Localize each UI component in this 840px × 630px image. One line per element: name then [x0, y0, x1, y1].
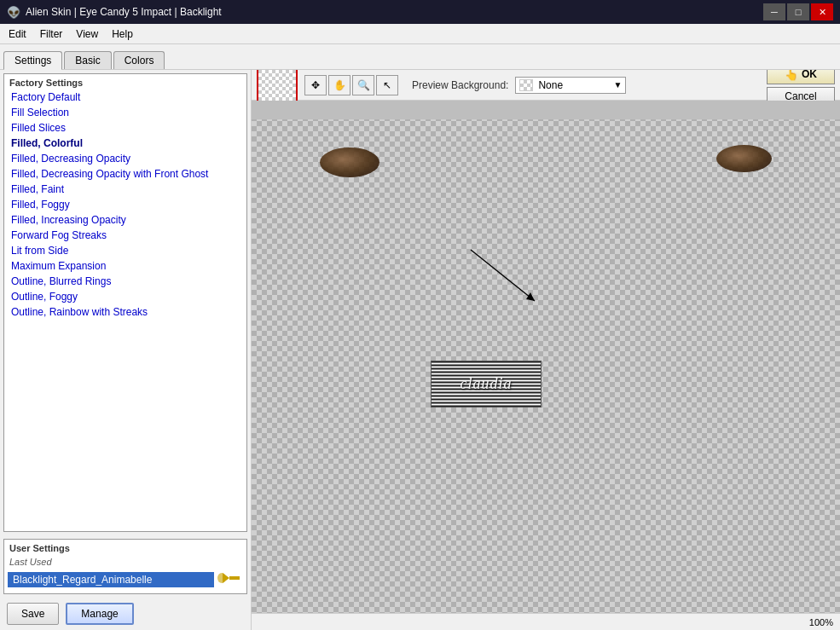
preview-canvas: claudia — [252, 101, 840, 613]
window-title: Alien Skin | Eye Candy 5 Impact | Backli… — [26, 6, 222, 18]
left-panel: Factory Settings Factory Default Fill Se… — [0, 70, 252, 630]
factory-settings-list: Factory Default Fill Selection Filled Sl… — [4, 90, 246, 531]
ok-button[interactable]: 👆 OK — [767, 70, 835, 84]
main-content: Factory Settings Factory Default Fill Se… — [0, 70, 840, 630]
manage-button[interactable]: Manage — [66, 603, 133, 625]
list-item-filled-decreasing-ghost[interactable]: Filled, Decreasing Opacity with Front Gh… — [4, 166, 246, 182]
save-button[interactable]: Save — [7, 603, 59, 625]
zoom-tool-button[interactable]: 🔍 — [352, 75, 374, 95]
list-item-lit-from-side[interactable]: Lit from Side — [4, 243, 246, 258]
factory-settings-container: Factory Settings Factory Default Fill Se… — [3, 73, 247, 532]
factory-settings-header: Factory Settings — [4, 74, 246, 90]
menu-bar: Edit Filter View Help — [0, 24, 840, 44]
user-settings-header: User Settings — [4, 540, 246, 555]
list-item-filled-increasing[interactable]: Filled, Increasing Opacity — [4, 212, 246, 228]
hand-icon: ✋ — [333, 79, 346, 91]
list-item-filled-foggy[interactable]: Filled, Foggy — [4, 197, 246, 212]
gray-header-bar — [252, 101, 840, 119]
svg-point-2 — [217, 573, 226, 583]
list-item-forward-fog[interactable]: Forward Fog Streaks — [4, 228, 246, 243]
tab-colors[interactable]: Colors — [113, 51, 165, 69]
list-item-filled-decreasing[interactable]: Filled, Decreasing Opacity — [4, 151, 246, 166]
preview-bg-label: Preview Background: — [412, 79, 508, 91]
title-bar-left: 👽 Alien Skin | Eye Candy 5 Impact | Back… — [7, 6, 222, 19]
ok-hand-icon: 👆 — [785, 70, 798, 81]
top-toolbar: ✥ ✋ 🔍 ↖ Preview Background: None ▼ — [252, 70, 840, 101]
tab-basic[interactable]: Basic — [64, 51, 111, 69]
tab-settings[interactable]: Settings — [3, 51, 62, 70]
move-tool-button[interactable]: ✥ — [304, 75, 327, 95]
zoom-level: 100% — [809, 617, 833, 627]
claudia-preview: claudia — [431, 361, 542, 407]
close-button[interactable]: ✕ — [811, 3, 833, 20]
select-tool-button[interactable]: ↖ — [376, 75, 398, 95]
list-item-filled-faint[interactable]: Filled, Faint — [4, 182, 246, 197]
list-item-outline-blurred[interactable]: Outline, Blurred Rings — [4, 274, 246, 289]
arrow-indicator — [217, 570, 243, 588]
preview-blob-left — [320, 147, 379, 177]
menu-view[interactable]: View — [71, 26, 103, 42]
move-icon: ✥ — [311, 79, 320, 91]
preview-bg-select[interactable]: None ▼ — [515, 77, 626, 94]
user-settings-section: User Settings Last Used Blacklight_Regar… — [3, 539, 247, 594]
svg-line-3 — [471, 250, 535, 301]
arrow-pointer — [462, 241, 547, 312]
preview-blob-right — [716, 145, 772, 172]
claudia-text: claudia — [461, 375, 513, 393]
bottom-buttons: Save Manage — [0, 598, 251, 630]
maximize-button[interactable]: □ — [787, 3, 809, 20]
list-item-outline-foggy[interactable]: Outline, Foggy — [4, 289, 246, 304]
svg-rect-1 — [229, 576, 240, 580]
preview-area[interactable]: claudia — [252, 101, 840, 613]
app-icon: 👽 — [7, 6, 20, 19]
menu-help[interactable]: Help — [107, 26, 138, 42]
list-item-filled-colorful[interactable]: Filled, Colorful — [4, 136, 246, 151]
list-item-factory-default[interactable]: Factory Default — [4, 90, 246, 105]
svg-marker-4 — [526, 292, 535, 301]
preview-bg-value: None — [538, 79, 563, 91]
select-icon: ↖ — [383, 79, 391, 91]
preview-bg-swatch — [519, 79, 533, 91]
menu-edit[interactable]: Edit — [3, 26, 32, 42]
menu-filter[interactable]: Filter — [35, 26, 68, 42]
right-panel: ✥ ✋ 🔍 ↖ Preview Background: None ▼ — [252, 70, 840, 630]
list-item-max-expansion[interactable]: Maximum Expansion — [4, 258, 246, 274]
list-item-filled-slices[interactable]: Filled Slices — [4, 120, 246, 136]
user-setting-blacklight[interactable]: Blacklight_Regard_Animabelle — [8, 572, 214, 587]
last-used-label: Last Used — [4, 555, 246, 569]
dropdown-arrow-icon: ▼ — [613, 80, 622, 90]
list-item-outline-rainbow[interactable]: Outline, Rainbow with Streaks — [4, 304, 246, 320]
user-item-row: Blacklight_Regard_Animabelle — [4, 569, 246, 590]
status-bar: 100% — [252, 613, 840, 630]
window-controls: ─ □ ✕ — [763, 3, 833, 20]
list-item-fill-selection[interactable]: Fill Selection — [4, 105, 246, 120]
zoom-icon: 🔍 — [357, 79, 370, 91]
tabs-row: Settings Basic Colors — [0, 44, 840, 70]
minimize-button[interactable]: ─ — [763, 3, 785, 20]
title-bar: 👽 Alien Skin | Eye Candy 5 Impact | Back… — [0, 0, 840, 24]
tool-buttons: ✥ ✋ 🔍 ↖ — [304, 75, 398, 95]
hand-tool-button[interactable]: ✋ — [328, 75, 350, 95]
